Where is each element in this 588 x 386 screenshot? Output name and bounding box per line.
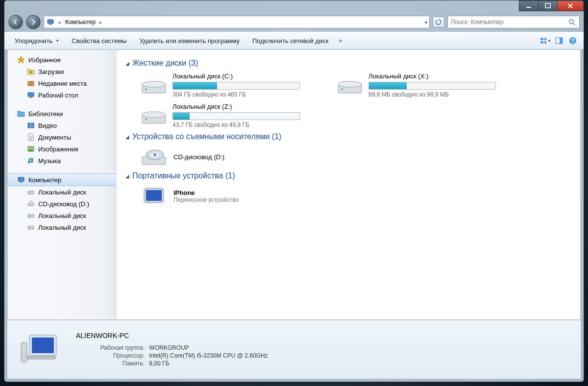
svg-rect-3	[49, 24, 52, 25]
svg-point-42	[145, 119, 147, 121]
svg-point-41	[142, 112, 166, 118]
uninstall-program-button[interactable]: Удалить или изменить программу	[134, 35, 245, 47]
picture-icon	[26, 145, 35, 153]
svg-rect-8	[540, 41, 543, 44]
sidebar-desktop[interactable]: Рабочий стол	[8, 89, 116, 101]
workgroup-value: WORKGROUP	[149, 344, 189, 351]
navigation-pane[interactable]: Избранное Загрузки Недавние места Рабочи…	[8, 50, 117, 319]
address-bar[interactable]: ▸ Компьютер ▸ ▾	[44, 16, 430, 28]
titlebar[interactable]	[4, 0, 584, 14]
sidebar-item-label: Библиотеки	[28, 110, 63, 118]
svg-point-38	[338, 81, 362, 87]
search-box[interactable]	[447, 16, 580, 28]
sidebar-item-label: Изображения	[38, 145, 78, 153]
refresh-button[interactable]	[433, 17, 444, 27]
hdd-icon	[140, 74, 168, 96]
sidebar-music[interactable]: Музыка	[8, 155, 116, 167]
collapse-icon[interactable]: ◢	[125, 134, 129, 140]
search-input[interactable]	[451, 19, 567, 25]
sidebar-item-label: Документы	[38, 134, 71, 141]
music-icon	[26, 156, 35, 165]
svg-rect-7	[544, 38, 546, 40]
window-controls	[519, 0, 584, 11]
svg-rect-17	[29, 97, 32, 98]
toolbar-overflow-icon[interactable]: »	[336, 37, 345, 44]
svg-point-29	[30, 202, 31, 203]
libraries-icon	[17, 109, 25, 118]
sidebar-local-disk-2[interactable]: Локальный диск	[8, 210, 116, 221]
sidebar-local-disk-c[interactable]: Локальный диск	[8, 186, 116, 198]
sidebar-videos[interactable]: Видео	[8, 120, 116, 131]
sidebar-item-label: Видео	[38, 122, 57, 129]
maximize-button[interactable]	[538, 0, 558, 11]
drive-z[interactable]: Локальный диск (Z:) 43,7 ГБ свободно из …	[140, 103, 317, 128]
drive-c[interactable]: Локальный диск (C:) 304 ГБ свободно из 4…	[140, 72, 317, 98]
cd-drive[interactable]: CD-дисковод (D:)	[140, 146, 571, 168]
svg-rect-20	[33, 123, 34, 128]
collapse-icon[interactable]: ◢	[125, 61, 129, 66]
breadcrumb-arrow-icon[interactable]: ▸	[58, 20, 62, 25]
section-portable[interactable]: ◢ Портативные устройства (1)	[125, 171, 571, 180]
drive-label: Локальный диск (X:)	[368, 72, 513, 80]
svg-rect-1	[545, 3, 550, 8]
sidebar-item-label: CD-дисковод (D:)	[38, 200, 89, 208]
close-button[interactable]	[557, 0, 584, 11]
back-button[interactable]	[8, 15, 23, 29]
svg-point-39	[341, 88, 343, 90]
collapse-icon[interactable]: ◢	[125, 173, 129, 179]
sidebar-item-label: Локальный диск	[38, 189, 86, 196]
svg-point-31	[29, 216, 30, 217]
sidebar-recent-places[interactable]: Недавние места	[8, 77, 116, 89]
sidebar-item-label: Загрузки	[38, 68, 64, 75]
svg-rect-32	[28, 226, 34, 229]
svg-rect-30	[28, 215, 34, 217]
svg-point-36	[145, 88, 147, 90]
svg-line-5	[573, 23, 575, 25]
hdd-icon	[26, 188, 35, 196]
organize-button[interactable]: Упорядочить	[9, 35, 64, 47]
device-sublabel: Переносное устройство	[173, 196, 239, 203]
cpu-value: Intel(R) Core(TM) i5-3230M CPU @ 2.60GHz	[149, 352, 268, 359]
sidebar-local-disk-3[interactable]: Локальный диск	[8, 221, 116, 233]
section-removable[interactable]: ◢ Устройства со съемными носителями (1)	[125, 132, 571, 141]
svg-rect-6	[540, 38, 543, 40]
view-mode-button[interactable]	[539, 35, 551, 47]
cd-icon	[26, 199, 35, 208]
computer-icon	[46, 18, 55, 26]
sidebar-computer[interactable]: Компьютер	[8, 173, 116, 186]
computer-large-icon	[17, 328, 61, 372]
recent-icon	[26, 79, 35, 88]
preview-pane-button[interactable]	[553, 35, 565, 47]
address-dropdown-icon[interactable]: ▾	[425, 20, 427, 25]
drive-label: Локальный диск (C:)	[172, 72, 317, 80]
svg-point-35	[142, 81, 166, 87]
drive-x[interactable]: Локальный диск (X:) 69,8 МБ свободно из …	[336, 72, 513, 98]
computer-icon	[17, 175, 25, 184]
forward-button[interactable]	[26, 15, 41, 29]
breadcrumb-arrow-icon[interactable]: ▸	[98, 20, 103, 25]
system-properties-button[interactable]: Свойства системы	[66, 35, 132, 47]
section-hard-drives[interactable]: ◢ Жесткие диски (3)	[125, 59, 571, 68]
minimize-button[interactable]	[519, 0, 539, 11]
main-panel[interactable]: ◢ Жесткие диски (3) Локальный диск (C:) …	[117, 50, 580, 319]
details-pane: ALIENWORK-PC Рабочая группа: WORKGROUP П…	[7, 320, 581, 379]
search-icon[interactable]	[567, 18, 576, 26]
sidebar-downloads[interactable]: Загрузки	[8, 66, 116, 77]
explorer-window: ▸ Компьютер ▸ ▾ Упорядочить Свойства сис…	[4, 0, 584, 382]
iphone-device[interactable]: iPhone Переносное устройство	[140, 185, 571, 207]
sidebar-item-label: Недавние места	[38, 80, 87, 87]
svg-text:?: ?	[571, 38, 575, 44]
sidebar-favorites[interactable]: Избранное	[8, 54, 116, 66]
sidebar-cd-drive[interactable]: CD-дисковод (D:)	[8, 198, 116, 210]
sidebar-documents[interactable]: Документы	[8, 131, 116, 143]
help-button[interactable]: ?	[567, 35, 579, 47]
svg-rect-49	[32, 338, 54, 353]
map-network-drive-button[interactable]: Подключить сетевой диск	[247, 35, 334, 47]
drive-status: 304 ГБ свободно из 465 ГБ	[172, 91, 317, 98]
drive-status: 43,7 ГБ свободно из 49,9 ГБ	[172, 121, 317, 128]
sidebar-pictures[interactable]: Изображения	[8, 143, 116, 155]
breadcrumb-computer[interactable]: Компьютер	[65, 19, 96, 25]
sidebar-item-label: Избранное	[28, 56, 61, 64]
svg-rect-2	[48, 20, 53, 24]
sidebar-libraries[interactable]: Библиотеки	[8, 108, 116, 120]
